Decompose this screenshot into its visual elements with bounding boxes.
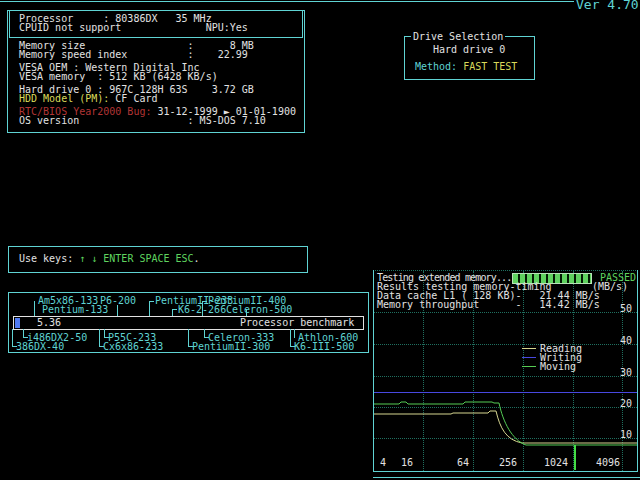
benchmark-tick (149, 301, 154, 302)
keys-hint-keys: ↑ ↓ ENTER SPACE ESC (79, 253, 193, 264)
benchmark-label: Pentium-133 (42, 305, 108, 314)
hdd-model-value: CF Card (109, 93, 157, 104)
benchmark-tick (290, 329, 291, 347)
version-label: Ver 4.70 (574, 0, 640, 9)
vesa-memory-line: VESA memory : 512 KB (6428 KB/s) (19, 72, 218, 81)
memory-test-panel: Testing extended memory... PASSED Result… (373, 270, 638, 472)
bottom-screen-line (373, 477, 640, 478)
benchmark-tick (34, 301, 35, 317)
benchmark-tick (149, 301, 150, 317)
hdd-model-label: HDD Model (PM): (19, 93, 109, 104)
throughput-line: Memory throughput - 14.42 MB/s (377, 300, 600, 309)
keys-hint-prefix: Use keys: (19, 253, 79, 264)
y-axis-label-30: 30 (620, 368, 632, 377)
benchmark-title: Processor benchmark (240, 318, 354, 327)
keys-hint-line: Use keys: ↑ ↓ ENTER SPACE ESC. (19, 254, 200, 263)
benchmark-tick (188, 329, 189, 347)
memory-speed-line: Memory speed index : 22.99 (19, 50, 248, 59)
y-axis-label-50: 50 (620, 304, 632, 313)
reading-line (374, 411, 637, 443)
benchmark-score-marker (15, 318, 20, 328)
benchmark-tick (99, 329, 100, 347)
benchmark-score: 5.36 (37, 318, 61, 327)
benchmark-tick (294, 329, 295, 338)
method-value: FAST TEST (463, 61, 517, 72)
hdd-model-line: HDD Model (PM): CF Card (19, 94, 157, 103)
benchmark-label: Celeron-500 (226, 305, 292, 314)
drive-selection-box (404, 36, 535, 80)
benchmark-tick (202, 301, 203, 317)
x-axis-label-4: 4 (380, 458, 386, 467)
x-axis-label-16: 16 (401, 458, 413, 467)
moving-line (374, 402, 637, 445)
y-axis-label-40: 40 (620, 336, 632, 345)
legend-moving: Moving (540, 362, 576, 371)
top-screen-line (0, 1, 640, 2)
benchmark-label: 386DX-40 (16, 342, 64, 351)
x-axis-label-64: 64 (457, 458, 469, 467)
os-version-line: OS version : MS-DOS 7.10 (19, 116, 266, 125)
x-axis-label-1024: 1024 (544, 458, 568, 467)
drive-selection-title: Drive Selection (411, 32, 505, 41)
benchmark-label: PentiumII-300 (192, 342, 270, 351)
x-axis-label-4096: 4096 (596, 458, 620, 467)
y-axis-label-20: 20 (620, 399, 632, 408)
cpuid-line: CPUID not support NPU:Yes (19, 23, 248, 32)
benchmark-label: K6-III-500 (294, 342, 354, 351)
benchmark-box: Am5x86-133 P6-200 PentiumII-233 PentiumI… (8, 292, 369, 353)
method-label: Method: (415, 61, 457, 72)
benchmark-tick (12, 329, 13, 347)
keys-hint-suffix: . (194, 253, 200, 264)
benchmark-label: Cx6x86-233 (103, 342, 163, 351)
x-axis-label-256: 256 (499, 458, 517, 467)
y-axis-label-10: 10 (620, 430, 632, 439)
dos-diagnostic-screen: Ver 4.70 Processor : 80386DX 35 MHz CPUI… (0, 0, 640, 480)
drive-selection-option[interactable]: Hard drive 0 (433, 45, 505, 54)
benchmark-tick (202, 301, 207, 302)
benchmark-tick (172, 309, 177, 310)
drive-selection-method[interactable]: Method: FAST TEST (415, 62, 517, 71)
